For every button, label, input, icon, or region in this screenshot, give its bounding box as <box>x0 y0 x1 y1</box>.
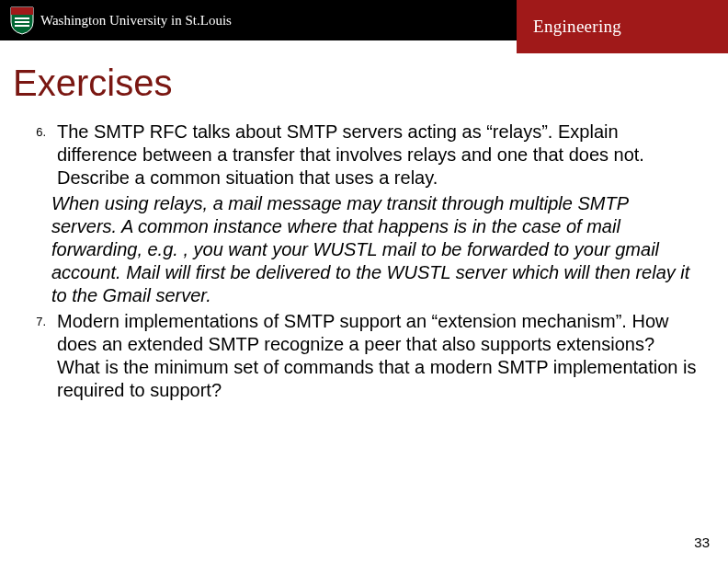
school-name: Engineering <box>533 17 621 37</box>
item-number: 6. <box>26 121 57 190</box>
svg-rect-0 <box>15 17 29 19</box>
university-name: Washington University in St.Louis <box>40 13 232 29</box>
school-badge: Engineering <box>517 0 728 53</box>
page-title: Exercises <box>13 63 728 104</box>
header-bar: Washington University in St.Louis Engine… <box>0 0 728 40</box>
answer-text: When using relays, a mail message may tr… <box>51 192 693 308</box>
question-text: The SMTP RFC talks about SMTP servers ac… <box>57 121 702 190</box>
university-logo: Washington University in St.Louis <box>9 6 232 35</box>
list-item: 7. Modern implementations of SMTP suppor… <box>26 310 702 403</box>
item-number: 7. <box>26 310 57 403</box>
page-number: 33 <box>694 534 710 550</box>
svg-rect-2 <box>15 25 29 27</box>
exercise-list: 6. The SMTP RFC talks about SMTP servers… <box>0 121 728 402</box>
question-text: Modern implementations of SMTP support a… <box>57 310 702 403</box>
shield-icon <box>9 6 35 35</box>
list-item: 6. The SMTP RFC talks about SMTP servers… <box>26 121 702 190</box>
svg-rect-1 <box>15 21 29 23</box>
